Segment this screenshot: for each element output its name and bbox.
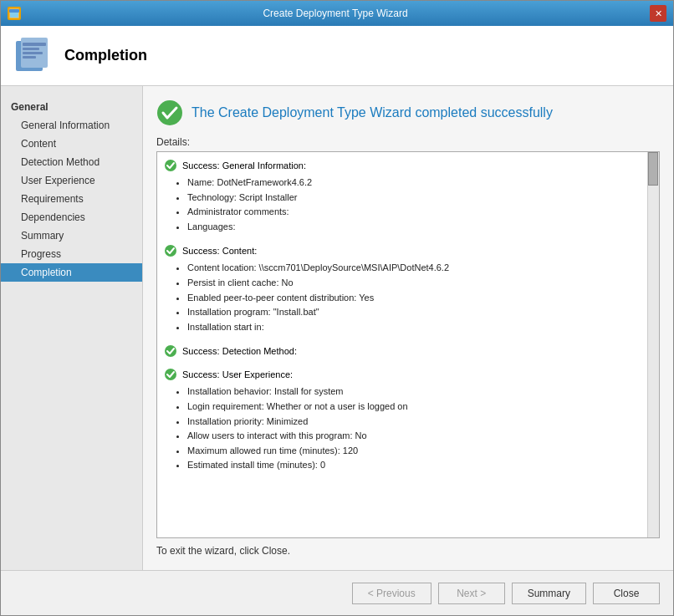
sidebar-item-completion[interactable]: Completion — [1, 263, 142, 282]
sidebar-item-content[interactable]: Content — [1, 135, 142, 153]
header-title: Completion — [64, 47, 147, 64]
section-2-label: Success: Content: — [182, 246, 257, 256]
wizard-header: Completion — [1, 26, 673, 86]
section-check-icon-3 — [164, 344, 177, 358]
success-header: The Create Deployment Type Wizard comple… — [156, 99, 660, 126]
sidebar-item-detection-method[interactable]: Detection Method — [1, 153, 142, 171]
close-button[interactable]: Close — [593, 583, 660, 604]
title-bar: Create Deployment Type Wizard ✕ — [1, 1, 673, 26]
list-item: Estimated install time (minutes): 0 — [187, 458, 644, 473]
sidebar: General General Information Content Dete… — [1, 86, 143, 570]
scrollbar-thumb[interactable] — [648, 152, 658, 186]
footer: < Previous Next > Summary Close — [1, 570, 673, 615]
success-check-icon — [156, 99, 183, 126]
scrollbar-track[interactable] — [647, 152, 659, 537]
detail-section-detection: Success: Detection Method: — [164, 344, 644, 358]
svg-rect-1 — [10, 12, 18, 18]
list-item: Installation program: "Install.bat" — [187, 305, 644, 320]
section-4-items: Installation behavior: Install for syste… — [164, 384, 644, 473]
sidebar-item-dependencies[interactable]: Dependencies — [1, 208, 142, 227]
detail-section-content: Success: Content: Content location: \\sc… — [164, 244, 644, 334]
section-check-icon-4 — [164, 368, 177, 381]
wizard-window: Create Deployment Type Wizard ✕ Completi… — [0, 0, 674, 616]
details-label: Details: — [156, 136, 660, 148]
detail-section-detection-header: Success: Detection Method: — [164, 344, 644, 358]
detail-section-general-header: Success: General Information: — [164, 159, 644, 172]
section-check-icon-1 — [164, 159, 177, 172]
list-item: Installation priority: Minimized — [187, 415, 644, 430]
list-item: Installation behavior: Install for syste… — [187, 384, 644, 400]
detail-section-content-header: Success: Content: — [164, 244, 644, 257]
content-area: General General Information Content Dete… — [1, 86, 673, 570]
window-title: Create Deployment Type Wizard — [21, 8, 650, 19]
section-3-label: Success: Detection Method: — [182, 346, 297, 356]
detail-section-user-experience: Success: User Experience: Installation b… — [164, 368, 644, 473]
sidebar-item-summary[interactable]: Summary — [1, 227, 142, 245]
list-item: Allow users to interact with this progra… — [187, 429, 644, 444]
list-item: Persist in client cache: No — [187, 276, 644, 291]
list-item: Technology: Script Installer — [187, 191, 644, 206]
header-icon — [14, 36, 54, 76]
list-item: Name: DotNetFramework4.6.2 — [187, 176, 644, 191]
sidebar-item-progress[interactable]: Progress — [1, 245, 142, 263]
main-content: The Create Deployment Type Wizard comple… — [143, 86, 673, 570]
list-item: Languages: — [187, 220, 644, 235]
previous-button[interactable]: < Previous — [352, 583, 431, 604]
list-item: Installation start in: — [187, 320, 644, 335]
section-2-items: Content location: \\sccm701\DeploySource… — [164, 261, 644, 334]
svg-point-9 — [157, 100, 182, 125]
svg-rect-5 — [23, 43, 46, 46]
detail-section-ue-header: Success: User Experience: — [164, 368, 644, 381]
svg-rect-2 — [9, 9, 19, 13]
sidebar-item-requirements[interactable]: Requirements — [1, 190, 142, 208]
list-item: Content location: \\sccm701\DeploySource… — [187, 261, 644, 276]
sidebar-item-user-experience[interactable]: User Experience — [1, 171, 142, 190]
app-icon — [8, 7, 21, 20]
next-button[interactable]: Next > — [438, 583, 505, 604]
detail-section-general: Success: General Information: Name: DotN… — [164, 159, 644, 234]
section-1-label: Success: General Information: — [182, 160, 306, 171]
details-box[interactable]: Success: General Information: Name: DotN… — [156, 151, 660, 538]
svg-rect-6 — [23, 48, 39, 50]
close-window-button[interactable]: ✕ — [650, 5, 666, 22]
svg-rect-8 — [23, 56, 36, 59]
section-check-icon-2 — [164, 244, 177, 257]
list-item: Login requirement: Whether or not a user… — [187, 400, 644, 415]
success-title: The Create Deployment Type Wizard comple… — [191, 105, 553, 120]
sidebar-section-general: General — [1, 98, 142, 116]
section-4-label: Success: User Experience: — [182, 369, 293, 379]
summary-button[interactable]: Summary — [512, 583, 586, 604]
list-item: Administrator comments: — [187, 205, 644, 220]
list-item: Enabled peer-to-peer content distributio… — [187, 291, 644, 306]
list-item: Maximum allowed run time (minutes): 120 — [187, 444, 644, 459]
exit-text: To exit the wizard, click Close. — [156, 545, 660, 557]
svg-rect-7 — [23, 52, 43, 54]
section-1-items: Name: DotNetFramework4.6.2 Technology: S… — [164, 176, 644, 234]
sidebar-item-general-information[interactable]: General Information — [1, 116, 142, 135]
